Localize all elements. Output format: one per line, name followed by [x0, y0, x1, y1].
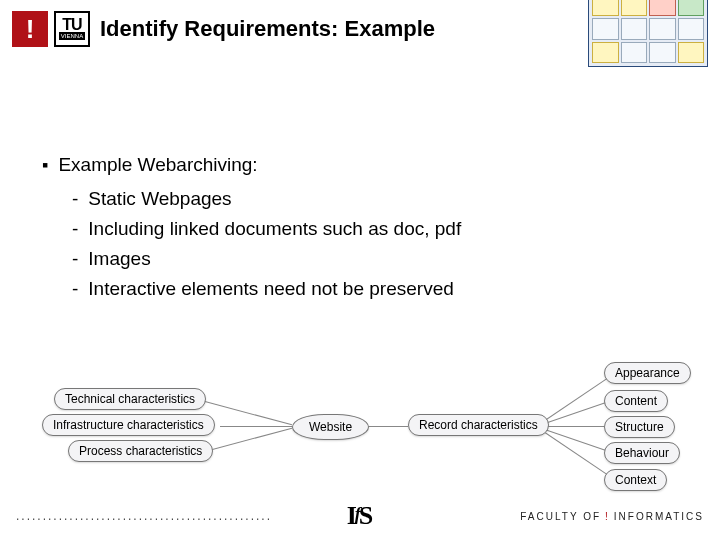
map-node-left: Infrastructure characteristics: [42, 414, 215, 436]
bullet-level2: - Including linked documents such as doc…: [42, 214, 690, 244]
process-diagram-thumbnail: [588, 0, 708, 67]
institution-mark-icon: !: [12, 11, 48, 47]
dash-bullet-icon: -: [72, 214, 78, 244]
map-node-right: Appearance: [604, 362, 691, 384]
map-node-record: Record characteristics: [408, 414, 549, 436]
faculty-bang-icon: !: [605, 511, 610, 522]
bullet-heading: Example Webarchiving:: [58, 150, 257, 180]
logo-tu-text: TU: [62, 18, 81, 32]
map-node-center: Website: [292, 414, 369, 440]
ifs-s: S: [359, 501, 373, 530]
bullet-level2: - Interactive elements need not be prese…: [42, 274, 690, 304]
dash-bullet-icon: -: [72, 274, 78, 304]
bullet-item: Interactive elements need not be preserv…: [88, 274, 453, 304]
map-node-right: Behaviour: [604, 442, 680, 464]
logo-vienna-text: VIENNA: [59, 32, 85, 40]
map-node-right: Structure: [604, 416, 675, 438]
faculty-pretext: FACULTY OF: [520, 511, 601, 522]
map-node-left: Technical characteristics: [54, 388, 206, 410]
map-node-right: Content: [604, 390, 668, 412]
bullet-item: Images: [88, 244, 150, 274]
bullet-level1: ▪ Example Webarchiving:: [42, 150, 690, 180]
bullet-item: Including linked documents such as doc, …: [88, 214, 461, 244]
footer-dots: ........................................…: [16, 509, 272, 523]
map-node-right: Context: [604, 469, 667, 491]
slide-body: ▪ Example Webarchiving: - Static Webpage…: [42, 150, 690, 304]
bullet-item: Static Webpages: [88, 184, 231, 214]
concept-map: Website Technical characteristics Infras…: [20, 356, 700, 496]
square-bullet-icon: ▪: [42, 150, 48, 180]
dash-bullet-icon: -: [72, 184, 78, 214]
map-node-left: Process characteristics: [68, 440, 213, 462]
tu-vienna-logo: TU VIENNA: [54, 11, 90, 47]
slide-header: ! TU VIENNA Identify Requirements: Examp…: [12, 6, 708, 52]
faculty-word: INFORMATICS: [614, 511, 704, 522]
bullet-level2: - Static Webpages: [42, 184, 690, 214]
slide-title: Identify Requirements: Example: [100, 16, 435, 42]
bullet-level2: - Images: [42, 244, 690, 274]
dash-bullet-icon: -: [72, 244, 78, 274]
faculty-label: FACULTY OF !INFORMATICS: [520, 511, 704, 522]
slide-footer: ........................................…: [16, 502, 704, 530]
ifs-logo: IfS: [347, 501, 374, 531]
